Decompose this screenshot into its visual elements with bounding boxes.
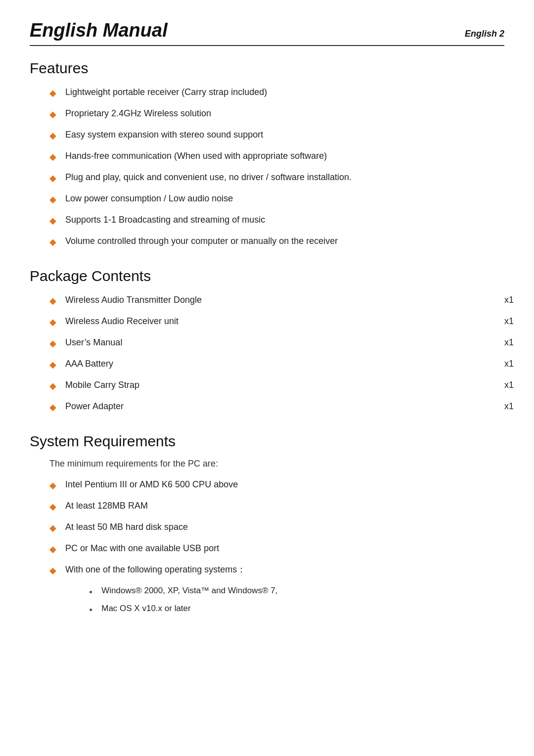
system-intro: The minimum requirements for the PC are: bbox=[30, 459, 504, 469]
feature-text: Proprietary 2.4GHz Wireless solution bbox=[65, 107, 211, 120]
list-item: ◆Plug and play, quick and convenient use… bbox=[49, 171, 504, 185]
features-list: ◆Lightweight portable receiver (Carry st… bbox=[30, 86, 504, 249]
package-item-qty: x1 bbox=[465, 336, 504, 349]
page-title: English Manual bbox=[30, 20, 168, 41]
package-section: Package Contents ◆Wireless Audio Transmi… bbox=[30, 268, 504, 414]
diamond-icon: ◆ bbox=[49, 193, 56, 206]
system-list: ◆Intel Pentium III or AMD K6 500 CPU abo… bbox=[30, 478, 504, 614]
circle-icon: ● bbox=[89, 605, 92, 614]
list-item: ◆Power Adapterx1 bbox=[49, 400, 504, 414]
list-item: ◆Mobile Carry Strapx1 bbox=[49, 378, 504, 393]
package-item-qty: x1 bbox=[465, 293, 504, 307]
diamond-icon: ◆ bbox=[49, 316, 56, 329]
diamond-icon: ◆ bbox=[49, 401, 56, 414]
system-item-text: With one of the following operating syst… bbox=[65, 563, 246, 576]
page-label: English 2 bbox=[465, 29, 504, 39]
circle-icon: ● bbox=[89, 587, 92, 596]
diamond-icon: ◆ bbox=[49, 358, 56, 372]
list-item: ◆Easy system expansion with stereo sound… bbox=[49, 128, 504, 142]
package-item-name: Mobile Carry Strap bbox=[65, 378, 465, 392]
sub-list-container: ●Windows® 2000, XP, Vista™ and Windows® … bbox=[49, 584, 504, 614]
package-item-qty: x1 bbox=[465, 315, 504, 328]
feature-text: Hands-free communication (When used with… bbox=[65, 149, 327, 163]
sub-item-text: Mac OS X v10.x or later bbox=[101, 602, 190, 615]
list-item: ◆PC or Mac with one available USB port bbox=[49, 542, 504, 556]
diamond-icon: ◆ bbox=[49, 172, 56, 185]
package-item-name: Wireless Audio Receiver unit bbox=[65, 315, 465, 328]
list-item: ◆Lightweight portable receiver (Carry st… bbox=[49, 86, 504, 100]
diamond-icon: ◆ bbox=[49, 543, 56, 556]
list-item: ◆Hands-free communication (When used wit… bbox=[49, 149, 504, 164]
list-item: ◆User’s Manualx1 bbox=[49, 336, 504, 350]
list-item: ●Mac OS X v10.x or later bbox=[89, 602, 504, 615]
list-item: ◆Proprietary 2.4GHz Wireless solution bbox=[49, 107, 504, 121]
list-item: ◆Wireless Audio Receiver unitx1 bbox=[49, 315, 504, 329]
sub-bullet-list: ●Windows® 2000, XP, Vista™ and Windows® … bbox=[49, 584, 504, 614]
diamond-icon: ◆ bbox=[49, 379, 56, 393]
package-item-name: AAA Battery bbox=[65, 357, 465, 371]
diamond-icon: ◆ bbox=[49, 294, 56, 308]
features-heading: Features bbox=[30, 60, 504, 77]
list-item: ◆Supports 1-1 Broadcasting and streaming… bbox=[49, 213, 504, 228]
diamond-icon: ◆ bbox=[49, 479, 56, 492]
diamond-icon: ◆ bbox=[49, 150, 56, 164]
diamond-icon: ◆ bbox=[49, 108, 56, 121]
package-heading: Package Contents bbox=[30, 268, 504, 284]
feature-text: Supports 1-1 Broadcasting and streaming … bbox=[65, 213, 265, 227]
diamond-icon: ◆ bbox=[49, 521, 56, 535]
list-item: ◆AAA Batteryx1 bbox=[49, 357, 504, 372]
feature-text: Plug and play, quick and convenient use,… bbox=[65, 171, 352, 184]
list-item: ◆Low power consumption / Low audio noise bbox=[49, 192, 504, 206]
list-item: ●Windows® 2000, XP, Vista™ and Windows® … bbox=[89, 584, 504, 597]
system-item-text: At least 50 MB hard disk space bbox=[65, 520, 188, 534]
system-item-text: PC or Mac with one available USB port bbox=[65, 542, 219, 555]
list-item: ◆Intel Pentium III or AMD K6 500 CPU abo… bbox=[49, 478, 504, 492]
diamond-icon: ◆ bbox=[49, 564, 56, 577]
list-item: ◆At least 50 MB hard disk space bbox=[49, 520, 504, 535]
package-item-name: Power Adapter bbox=[65, 400, 465, 413]
diamond-icon: ◆ bbox=[49, 500, 56, 514]
feature-text: Volume controlled through your computer … bbox=[65, 235, 338, 248]
list-item: ◆At least 128MB RAM bbox=[49, 499, 504, 514]
package-list: ◆Wireless Audio Transmitter Donglex1◆Wir… bbox=[30, 293, 504, 414]
diamond-icon: ◆ bbox=[49, 214, 56, 228]
system-item-text: Intel Pentium III or AMD K6 500 CPU abov… bbox=[65, 478, 238, 491]
package-item-qty: x1 bbox=[465, 357, 504, 371]
system-item-text: At least 128MB RAM bbox=[65, 499, 148, 513]
diamond-icon: ◆ bbox=[49, 129, 56, 142]
list-item: ◆Volume controlled through your computer… bbox=[49, 235, 504, 249]
features-section: Features ◆Lightweight portable receiver … bbox=[30, 60, 504, 249]
diamond-icon: ◆ bbox=[49, 236, 56, 249]
package-item-qty: x1 bbox=[465, 378, 504, 392]
package-item-name: User’s Manual bbox=[65, 336, 465, 349]
system-section: System Requirements The minimum requirem… bbox=[30, 433, 504, 614]
system-heading: System Requirements bbox=[30, 433, 504, 450]
package-item-qty: x1 bbox=[465, 400, 504, 413]
package-item-name: Wireless Audio Transmitter Dongle bbox=[65, 293, 465, 307]
diamond-icon: ◆ bbox=[49, 337, 56, 350]
page-header: English Manual English 2 bbox=[30, 20, 504, 46]
sub-item-text: Windows® 2000, XP, Vista™ and Windows® 7… bbox=[101, 584, 277, 597]
diamond-icon: ◆ bbox=[49, 87, 56, 100]
feature-text: Easy system expansion with stereo sound … bbox=[65, 128, 263, 142]
list-item: ◆Wireless Audio Transmitter Donglex1 bbox=[49, 293, 504, 308]
feature-text: Lightweight portable receiver (Carry str… bbox=[65, 86, 267, 99]
list-item: ◆With one of the following operating sys… bbox=[49, 563, 504, 577]
feature-text: Low power consumption / Low audio noise bbox=[65, 192, 233, 205]
